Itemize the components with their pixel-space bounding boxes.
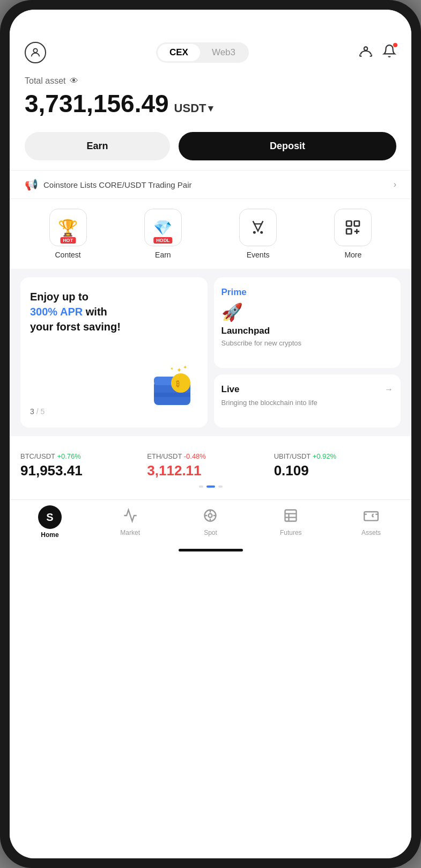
- nav-assets[interactable]: Assets: [331, 508, 411, 536]
- card-page-total: 5: [40, 407, 45, 416]
- nav-futures[interactable]: Futures: [250, 508, 331, 536]
- btc-pair: BTC/USDT: [20, 452, 55, 460]
- svg-text:₿: ₿: [176, 379, 180, 388]
- quick-menu: 🏆 HOT Contest 💎 HODL Earn: [10, 198, 411, 269]
- contest-label: Contest: [55, 251, 81, 259]
- ticker-dot-2: [206, 486, 215, 488]
- home-icon: S: [38, 505, 62, 529]
- eth-pair: ETH/USDT: [147, 452, 182, 460]
- asset-amount: 3,731,156.49: [25, 89, 169, 118]
- svg-rect-6: [346, 229, 351, 234]
- nav-right: [359, 44, 396, 61]
- quick-item-events[interactable]: Events: [239, 209, 277, 259]
- deposit-button[interactable]: Deposit: [179, 132, 396, 160]
- cex-tab[interactable]: CEX: [158, 44, 200, 61]
- main-content: CEX Web3: [10, 33, 411, 858]
- contest-icon-box: 🏆 HOT: [49, 209, 87, 246]
- phone-frame: CEX Web3: [0, 0, 421, 868]
- asset-amount-row: 3,731,156.49 USDT ▾: [25, 89, 396, 118]
- nav-market[interactable]: Market: [90, 508, 171, 536]
- asset-label-row: Total asset 👁: [25, 76, 396, 86]
- launchpad-subtitle: Subscribe for new cryptos: [221, 339, 394, 348]
- events-label: Events: [247, 251, 270, 259]
- prime-label: Prime: [221, 287, 394, 298]
- svg-point-1: [364, 47, 368, 50]
- cards-section: Enjoy up to 300% APR with your forst sav…: [10, 269, 411, 436]
- action-buttons: Earn Deposit: [10, 128, 411, 170]
- svg-rect-17: [285, 510, 297, 521]
- market-label: Market: [120, 529, 140, 536]
- launchpad-card[interactable]: Prime 🚀 Launchpad Subscribe for new cryp…: [214, 277, 401, 368]
- ubit-change: +0.92%: [313, 452, 336, 460]
- svg-rect-5: [354, 221, 359, 226]
- ubit-price: 0.109: [274, 462, 401, 479]
- eth-price: 3,112.11: [147, 462, 274, 479]
- earn-icon-box: 💎 HODL: [144, 209, 182, 246]
- nav-home[interactable]: S Home: [10, 505, 90, 539]
- more-label: More: [344, 251, 361, 259]
- hot-badge: HOT: [60, 237, 76, 244]
- svg-text:✦: ✦: [183, 365, 187, 370]
- btc-change: +0.76%: [57, 452, 80, 460]
- svg-point-2: [254, 232, 255, 233]
- currency-dropdown-icon[interactable]: ▾: [208, 102, 213, 114]
- home-label: Home: [41, 531, 58, 539]
- live-title: Live: [221, 384, 240, 395]
- nav-spot[interactable]: Spot: [171, 508, 251, 536]
- saving-card-text: Enjoy up to 300% APR with your forst sav…: [30, 289, 198, 334]
- svg-rect-14: [154, 393, 190, 397]
- quick-item-earn[interactable]: 💎 HODL Earn: [144, 209, 182, 259]
- btc-price: 91,953.41: [20, 462, 147, 479]
- svg-point-16: [209, 513, 212, 517]
- status-bar: [10, 10, 411, 33]
- support-icon[interactable]: [359, 44, 373, 61]
- ticker-eth[interactable]: ETH/USDT -0.48% 3,112.11: [147, 452, 274, 479]
- svg-rect-21: [364, 512, 378, 520]
- spot-label: Spot: [204, 529, 217, 536]
- earn-button[interactable]: Earn: [25, 132, 170, 160]
- wallet-illustration: ✦ ✦ ✦ ₿: [150, 365, 198, 416]
- ticker-ubit[interactable]: UBIT/USDT +0.92% 0.109: [274, 452, 401, 479]
- launchpad-title: Launchpad: [221, 326, 394, 336]
- events-icon-box: [239, 209, 277, 246]
- svg-text:✦: ✦: [176, 366, 182, 374]
- web3-tab[interactable]: Web3: [200, 44, 247, 61]
- spot-icon: [203, 508, 218, 527]
- ubit-pair: UBIT/USDT: [274, 452, 311, 460]
- quick-item-contest[interactable]: 🏆 HOT Contest: [49, 209, 87, 259]
- notification-icon[interactable]: [382, 44, 396, 61]
- saving-card[interactable]: Enjoy up to 300% APR with your forst sav…: [20, 277, 208, 428]
- live-subtitle: Bringing the blockchain into life: [221, 398, 394, 408]
- profile-icon[interactable]: [25, 42, 46, 63]
- market-icon: [123, 508, 138, 527]
- announcement-chevron-icon: ›: [394, 180, 396, 189]
- live-card[interactable]: Live → Bringing the blockchain into life: [214, 374, 401, 428]
- bottom-nav: S Home Market: [10, 499, 411, 542]
- svg-point-3: [261, 232, 262, 233]
- futures-label: Futures: [280, 529, 302, 536]
- exchange-tabs: CEX Web3: [156, 42, 249, 63]
- asset-label-text: Total asset: [25, 76, 65, 86]
- ticker-dot-3: [218, 486, 223, 488]
- ticker-section: BTC/USDT +0.76% 91,953.41 ETH/USDT -0.48…: [10, 443, 411, 499]
- announcement-left: 📢 Coinstore Lists CORE/USDT Trading Pair: [25, 178, 191, 191]
- ticker-dot-1: [199, 486, 203, 488]
- more-icon-box: [334, 209, 372, 246]
- ticker-page-dots: [20, 479, 401, 494]
- card-page-current: 3: [30, 407, 34, 416]
- notification-dot: [393, 43, 397, 47]
- eye-icon[interactable]: 👁: [70, 76, 78, 86]
- ticker-btc[interactable]: BTC/USDT +0.76% 91,953.41: [20, 452, 147, 479]
- rocket-icon: 🚀: [221, 302, 394, 322]
- phone-screen: CEX Web3: [10, 10, 411, 858]
- svg-point-0: [33, 49, 37, 53]
- assets-icon: [364, 508, 379, 527]
- quick-item-more[interactable]: More: [334, 209, 372, 259]
- earn-label: Earn: [155, 251, 171, 259]
- ticker-row: BTC/USDT +0.76% 91,953.41 ETH/USDT -0.48…: [20, 452, 401, 479]
- live-arrow-icon: →: [385, 385, 393, 394]
- announcement-text: Coinstore Lists CORE/USDT Trading Pair: [43, 180, 191, 189]
- svg-text:✦: ✦: [170, 366, 174, 371]
- top-nav: CEX Web3: [10, 33, 411, 70]
- announcement-banner[interactable]: 📢 Coinstore Lists CORE/USDT Trading Pair…: [10, 170, 411, 198]
